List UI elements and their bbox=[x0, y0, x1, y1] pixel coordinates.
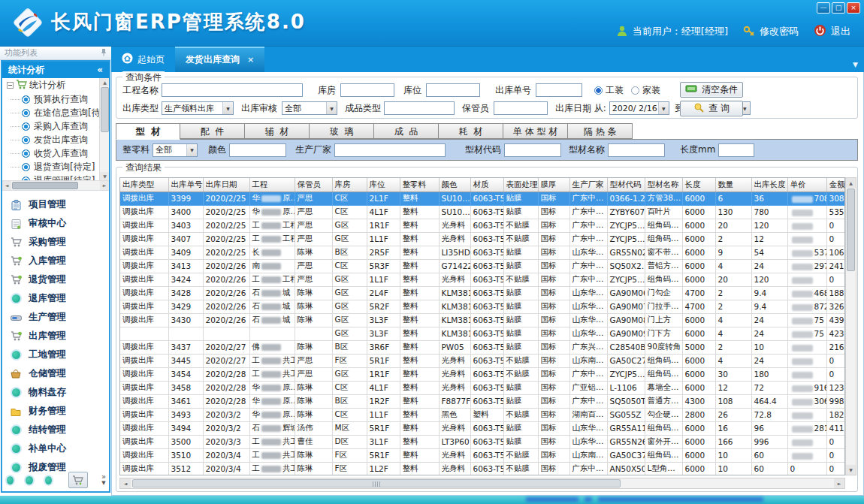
sidebar-menu-item[interactable]: 入库管理 bbox=[2, 252, 109, 270]
date-from-picker[interactable]: 2020/ 2/16▼ bbox=[609, 101, 669, 115]
table-row[interactable]: 调拨出库34542020/2/28工共工程严思G区1R1F整料光身料6063-T… bbox=[120, 367, 845, 381]
scroll-left-icon[interactable]: ◄ bbox=[120, 478, 131, 488]
tree-item[interactable]: 退货查询[待定] bbox=[2, 160, 109, 174]
more-buttons-chevron[interactable]: » ▼ bbox=[101, 474, 106, 486]
column-header[interactable]: 库房 bbox=[332, 178, 367, 192]
radio-gongzhuang[interactable]: 工装 bbox=[594, 84, 624, 97]
scroll-up-icon[interactable]: ▲ bbox=[846, 178, 856, 188]
radio-jiazhuang[interactable]: 家装 bbox=[631, 84, 660, 97]
material-tab[interactable]: 成 品 bbox=[374, 123, 439, 139]
scroll-right-icon[interactable]: ► bbox=[100, 181, 109, 190]
material-tab[interactable]: 型 材 bbox=[116, 123, 180, 140]
sidebar-menu-item[interactable]: 退货管理 bbox=[2, 270, 109, 289]
table-vertical-scrollbar[interactable]: ▲ ▼ bbox=[845, 177, 856, 475]
collapse-button[interactable]: « bbox=[97, 65, 103, 75]
table-row[interactable]: 调拨出库34092020/2/25长陈琳B区2R5F整料LI35HD6063-T… bbox=[120, 246, 845, 259]
scroll-down-icon[interactable]: ▼ bbox=[100, 172, 109, 180]
pin-icon[interactable] bbox=[101, 48, 107, 59]
tree-horizontal-scrollbar[interactable]: ◄ ► bbox=[2, 180, 109, 190]
profile-code-input[interactable] bbox=[504, 143, 561, 157]
scroll-left-icon[interactable]: ◄ bbox=[2, 181, 11, 190]
sidebar-menu-item[interactable]: 财务管理 bbox=[2, 402, 109, 421]
outbound-audit-select[interactable]: 全部▼ bbox=[282, 101, 337, 115]
table-row[interactable]: G区3L3F整料KLM38176063-T5贴膜国标山东华…GA90M09…门下… bbox=[120, 327, 845, 340]
material-tab[interactable]: 配 件 bbox=[180, 123, 245, 139]
search-button[interactable]: 查 询 bbox=[680, 101, 743, 116]
material-tab[interactable]: 耗 材 bbox=[439, 123, 503, 139]
minimize-button[interactable]: — bbox=[817, 2, 830, 14]
table-row[interactable]: 调拨出库34582020/2/28华原…陈琳C区4L1F整料光身料6063-T5… bbox=[120, 381, 845, 394]
table-row[interactable]: 调拨出库34372020/2/27佛陈琳B区3R6F整料PW056063-T5贴… bbox=[120, 340, 845, 354]
tab-shipping-outbound-query[interactable]: 发货出库查询 × bbox=[175, 47, 264, 72]
column-header[interactable]: 颜色 bbox=[439, 178, 470, 192]
table-row[interactable]: 调拨出库35002020/3/3工共工程曹佳D区3L1F整料LT3P606063… bbox=[120, 435, 845, 448]
close-button[interactable]: × bbox=[847, 2, 860, 14]
table-row[interactable]: 调拨出库34002020/2/25华原…严思C区4L1F整料SU10…6063-… bbox=[120, 205, 845, 219]
sidebar-menu-item[interactable]: 生产管理 bbox=[2, 308, 109, 327]
scroll-right-icon[interactable]: ► bbox=[834, 478, 844, 488]
tabstrip-dropdown-icon[interactable]: ▼ bbox=[853, 61, 858, 68]
product-type-input[interactable] bbox=[384, 101, 455, 115]
column-header[interactable]: 单价 bbox=[787, 178, 826, 192]
table-row[interactable]: 调拨出库34612020/2/28华原…陈琳B区1R2F整料F8877FT606… bbox=[120, 394, 845, 408]
column-header[interactable]: 出库单号 bbox=[168, 178, 203, 192]
keeper-input[interactable] bbox=[494, 101, 548, 115]
tree-item[interactable]: 在途信息查询[待 bbox=[2, 106, 109, 119]
project-name-input[interactable] bbox=[162, 83, 303, 97]
length-input[interactable] bbox=[718, 143, 754, 157]
column-header[interactable]: 金额 bbox=[826, 178, 845, 192]
tree-item[interactable]: 预算执行查询 bbox=[2, 92, 109, 106]
column-header[interactable]: 长度 bbox=[682, 178, 715, 192]
sidebar-menu-item[interactable]: 结转管理 bbox=[2, 421, 109, 439]
scroll-thumb[interactable] bbox=[847, 189, 855, 271]
table-row[interactable]: 调拨出库34292020/2/26石城陈琳G区5R2F整料KLM38176063… bbox=[120, 300, 845, 313]
sidebar-menu-item[interactable]: 物料盘存 bbox=[2, 383, 109, 402]
material-tab[interactable]: 玻 璃 bbox=[310, 123, 374, 139]
table-row[interactable]: 调拨出库33992020/2/25华原…严思C区2L1F整料SU10…6063-… bbox=[120, 192, 845, 205]
column-header[interactable]: 保管员 bbox=[295, 178, 332, 192]
tree-vertical-scrollbar[interactable]: ▲ ▼ bbox=[99, 78, 109, 180]
column-header[interactable]: 数量 bbox=[715, 178, 751, 192]
column-header[interactable]: 出库日期 bbox=[203, 178, 249, 192]
table-row[interactable]: 调拨出库34032020/2/25工工程严思G区1R1F整料光身料6063-T5… bbox=[120, 219, 845, 232]
scroll-thumb[interactable] bbox=[132, 479, 621, 487]
maximize-button[interactable]: □ bbox=[832, 2, 845, 14]
table-row[interactable]: 调拨出库35122020/3/4工共工程陈琳F区1L2F整料光身料6063-T5… bbox=[120, 462, 845, 475]
material-tab[interactable]: 隔 热 条 bbox=[568, 123, 633, 139]
column-header[interactable]: 库位 bbox=[367, 178, 400, 192]
scroll-thumb[interactable] bbox=[12, 182, 78, 189]
sidebar-menu-item[interactable]: 工地管理 bbox=[2, 346, 109, 364]
table-row[interactable]: 调拨出库34302020/2/26石城陈琳G区3L3F整料KLM38176063… bbox=[120, 313, 845, 327]
scroll-thumb[interactable] bbox=[101, 87, 109, 132]
expander-icon[interactable] bbox=[7, 82, 14, 89]
logout-button[interactable]: 退出 bbox=[814, 24, 850, 39]
collapsed-menu-icon[interactable] bbox=[45, 476, 52, 484]
material-tab[interactable]: 辅 材 bbox=[245, 123, 310, 139]
tab-close-icon[interactable]: × bbox=[247, 55, 254, 65]
profile-name-input[interactable] bbox=[608, 143, 665, 157]
table-row[interactable]: 调拨出库34942020/3/2石辉城汤伟M区5R1F整料光身料6063-T5贴… bbox=[120, 421, 845, 435]
change-password-button[interactable]: 修改密码 bbox=[743, 25, 799, 39]
location-input[interactable] bbox=[426, 83, 480, 97]
table-row[interactable]: 调拨出库34072020/2/25工工程严思G区1L1F整料光身料6063-T5… bbox=[120, 232, 845, 246]
color-input[interactable] bbox=[229, 143, 286, 157]
table-row[interactable]: 调拨出库34132020/2/26南严思C区5R3F整料G714226063-T… bbox=[120, 259, 845, 273]
sidebar-menu-item[interactable]: 退库管理 bbox=[2, 289, 109, 308]
sidebar-menu-item[interactable]: 审核中心 bbox=[2, 214, 109, 233]
column-header[interactable]: 出库长度 bbox=[751, 178, 787, 192]
column-header[interactable]: 出库类型 bbox=[120, 178, 168, 192]
tree-root[interactable]: 统计分析 bbox=[2, 78, 109, 92]
tree-item[interactable]: 采购入库查询 bbox=[2, 119, 109, 133]
column-header[interactable]: 生产厂家 bbox=[569, 178, 607, 192]
tree-item[interactable]: 收货入库查询 bbox=[2, 146, 109, 160]
tree-item[interactable]: 发货出库查询 bbox=[2, 133, 109, 146]
table-horizontal-scrollbar[interactable]: ◄ ► bbox=[119, 478, 845, 489]
tab-home[interactable]: 起始页 bbox=[111, 47, 175, 72]
scroll-down-icon[interactable]: ▼ bbox=[846, 465, 856, 475]
sidebar-menu-item[interactable]: 出库管理 bbox=[2, 327, 109, 346]
sidebar-menu-item[interactable]: 采购管理 bbox=[2, 233, 109, 252]
table-row[interactable]: 调拨出库34452020/2/27工共工程严思F区5R1F整料光身料6063-T… bbox=[120, 354, 845, 367]
sidebar-menu-item[interactable]: 补单中心 bbox=[2, 439, 109, 458]
sidebar-menu-item[interactable]: 仓储管理 bbox=[2, 364, 109, 383]
column-header[interactable]: 型材名称 bbox=[645, 178, 682, 192]
